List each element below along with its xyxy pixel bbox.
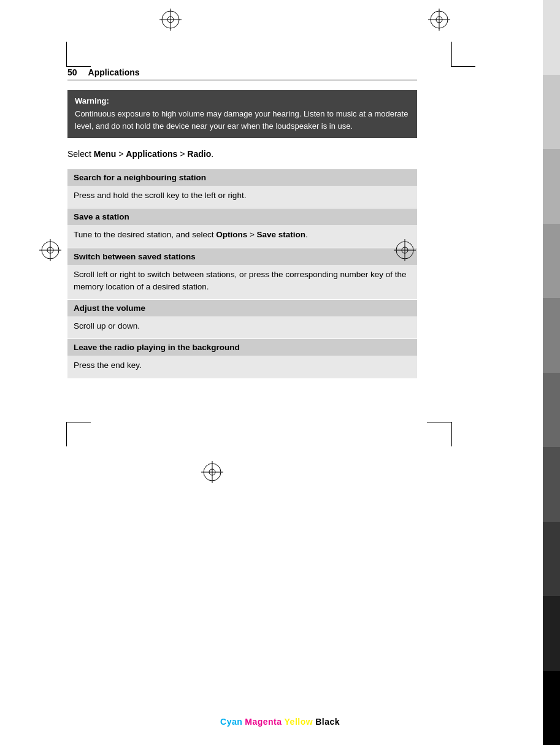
select-prefix: Select [67,149,94,159]
corner-line-br-h [427,422,451,422]
side-color-bar [543,0,560,745]
corner-line-tr-h [451,66,475,67]
side-bar-1 [543,0,560,75]
side-bar-6 [543,373,560,448]
menu-bold: Menu [94,149,117,159]
row-header-4: Adjust the volume [67,300,417,316]
radio-bold: Radio [187,149,211,159]
page-header: 50 Applications [67,67,417,80]
corner-line-tl-v [66,42,67,66]
applications-bold: Applications [126,149,177,159]
side-bar-7 [543,447,560,522]
sep2: > [177,149,187,159]
reg-mark-right-mid [394,239,416,261]
corner-line-tr-v [451,42,452,66]
row-body-1: Press and hold the scroll key to the lef… [67,186,417,208]
row-body-3: Scroll left or right to switch between s… [67,265,417,300]
table-row: Search for a neighbouring station Press … [67,169,417,208]
reg-mark-top-center [159,9,182,31]
cmyk-magenta: Magenta [245,717,282,727]
row-body-4: Scroll up or down. [67,316,417,338]
table-row: Leave the radio playing in the backgroun… [67,339,417,378]
table-row: Switch between saved stations Scroll lef… [67,248,417,300]
warning-label: Warning: [75,96,410,105]
row-body-2: Tune to the desired station, and select … [67,225,417,247]
page-title: Applications [88,67,140,77]
row-header-3: Switch between saved stations [67,248,417,265]
table-row: Adjust the volume Scroll up or down. [67,300,417,339]
side-bar-9 [543,596,560,671]
reg-mark-bottom-center [201,461,223,483]
corner-line-bl-h [66,422,91,422]
warning-box: Warning: Continuous exposure to high vol… [67,90,417,138]
cmyk-cyan: Cyan [220,717,242,727]
side-bar-3 [543,149,560,224]
row-header-2: Save a station [67,208,417,225]
page-number: 50 [67,67,77,77]
corner-line-tl-h [66,66,91,67]
row-header-1: Search for a neighbouring station [67,169,417,186]
row-body-5: Press the end key. [67,356,417,378]
warning-text: Continuous exposure to high volume may d… [75,108,410,132]
select-suffix: . [211,149,213,159]
side-bar-8 [543,522,560,597]
side-bar-5 [543,298,560,373]
info-table: Search for a neighbouring station Press … [67,169,417,379]
corner-line-br-v [451,422,452,446]
corner-line-bl-v [66,422,67,446]
select-instruction: Select Menu > Applications > Radio. [67,148,417,161]
side-bar-10 [543,671,560,746]
content-area: 50 Applications Warning: Continuous expo… [67,67,417,379]
cmyk-yellow: Yellow [285,717,313,727]
reg-mark-left-mid [39,239,61,261]
cmyk-bar: Cyan Magenta Yellow Black [219,717,341,727]
table-row: Save a station Tune to the desired stati… [67,208,417,248]
cmyk-black: Black [315,717,340,727]
reg-mark-top-right [428,9,450,31]
row-header-5: Leave the radio playing in the backgroun… [67,339,417,356]
side-bar-2 [543,75,560,150]
sep1: > [116,149,126,159]
side-bar-4 [543,224,560,299]
